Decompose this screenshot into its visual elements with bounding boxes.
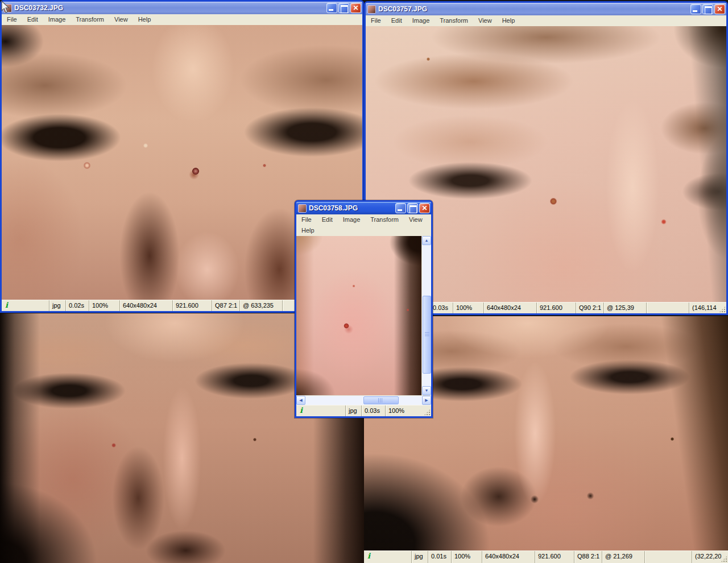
status-file-size: 921.600 [172,300,212,311]
status-position: @ 21,269 [602,551,644,563]
status-load-time: 0.02s [65,300,89,311]
menu-bar: File Edit Image Transform View Help [366,15,726,26]
menu-item-file[interactable]: File [296,214,317,225]
status-file-size: 921.600 [536,303,576,313]
window-title: DSC03758.JPG [309,204,395,212]
menu-item-transform[interactable]: Transform [71,14,109,25]
photo-dsc03758[interactable] [296,236,421,395]
scroll-right-button[interactable]: ▶ [422,396,431,405]
status-zoom: 100% [453,303,483,313]
status-format: jpg [411,551,428,563]
status-load-time: 0.01s [428,551,451,563]
horizontal-scrollbar[interactable]: ◀ ▶ [296,395,431,405]
menu-item-help[interactable]: Help [133,14,156,25]
info-icon: i [296,405,345,416]
maximize-button[interactable] [407,203,418,213]
status-dimensions: 640x480x24 [482,551,535,563]
window-title: DSC03732.JPG [14,4,326,12]
status-zoom: 100% [451,551,482,563]
maximize-button[interactable] [338,3,349,13]
title-bar[interactable]: DSC03758.JPG [296,202,431,214]
image-canvas[interactable] [296,236,421,395]
vertical-scrollbar[interactable]: ▲ ▼ [421,236,431,395]
menu-bar-row-2: Help [296,225,431,236]
status-dimensions: 640x480x24 [483,303,536,313]
menu-item-edit[interactable]: Edit [22,14,43,25]
status-spacer [646,303,689,313]
scroll-up-button[interactable]: ▲ [422,236,431,245]
menu-item-transform[interactable]: Transform [435,15,473,26]
menu-item-transform[interactable]: Transform [365,214,404,225]
photo-thumbnail-icon[interactable] [367,5,376,14]
menu-item-view[interactable]: View [404,214,428,225]
status-load-time: 0.03s [429,303,453,313]
menu-item-image[interactable]: Image [43,14,71,25]
menu-item-edit[interactable]: Edit [317,214,338,225]
menu-item-help[interactable]: Help [497,15,520,26]
status-bar-bottom-right: i jpg 0.01s 100% 640x480x24 921.600 Q88 … [364,550,728,563]
menu-item-file[interactable]: File [366,15,386,26]
status-zoom: 100% [89,300,119,311]
status-quality: Q88 2:1 [574,551,602,563]
close-button[interactable] [350,3,361,13]
mouse-cursor-arrow [1,1,10,16]
title-bar[interactable]: DSC03732.JPG [2,2,362,14]
status-quality: Q87 2:1 [212,300,239,311]
status-file-size: 921.600 [535,551,574,563]
close-button[interactable] [419,203,430,213]
menu-item-view[interactable]: View [473,15,497,26]
status-dimensions: 640x480x24 [119,300,172,311]
title-bar[interactable]: DSC03757.JPG [366,3,726,15]
menu-bar-row-1: File Edit Image Transform View [296,214,431,225]
menu-item-image[interactable]: Image [338,214,366,225]
menu-item-image[interactable]: Image [407,15,435,26]
menu-item-view[interactable]: View [109,14,133,25]
minimize-button[interactable] [395,203,406,213]
scroll-left-button[interactable]: ◀ [296,396,305,405]
info-icon: i [2,300,49,311]
menu-bar: File Edit Image Transform View Help [2,14,362,25]
minimize-button[interactable] [326,3,337,13]
info-icon: i [364,551,411,563]
status-spacer [644,551,692,563]
window-dsc03758: DSC03758.JPG File Edit Image Transform V… [295,200,433,418]
desktop: i jpg 0.01s 100% 640x480x24 921.600 Q88 … [0,0,728,563]
status-load-time: 0.03s [361,405,385,416]
status-bar: i jpg 0.03s 100% [296,405,431,416]
status-quality: Q90 2:1 [576,303,603,313]
minimize-button[interactable] [690,4,701,14]
maximize-button[interactable] [702,4,713,14]
window-title: DSC03757.JPG [378,5,690,13]
horizontal-scroll-thumb[interactable] [363,396,399,404]
status-position: @ 633,235 [239,300,282,311]
vertical-scroll-thumb[interactable] [423,296,431,374]
status-position: @ 125,39 [603,303,646,313]
scroll-down-button[interactable]: ▼ [422,386,431,395]
photo-thumbnail-icon[interactable] [298,204,307,213]
menu-item-help[interactable]: Help [296,225,320,236]
status-format: jpg [49,300,65,311]
menu-item-edit[interactable]: Edit [386,15,407,26]
close-button[interactable] [714,4,725,14]
status-format: jpg [345,405,361,416]
status-zoom: 100% [385,405,431,416]
